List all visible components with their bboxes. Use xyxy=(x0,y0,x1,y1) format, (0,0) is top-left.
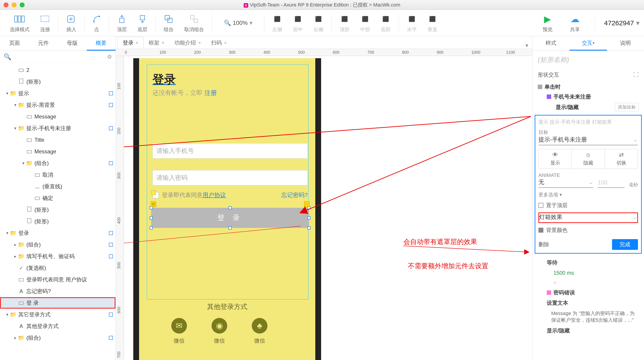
close-tab-icon[interactable]: × xyxy=(224,40,227,46)
bring-front-button[interactable]: 顶层 xyxy=(112,11,132,35)
tabs-overflow-icon[interactable]: ▾ xyxy=(526,42,532,49)
main-toolbar: 选择模式 连接 插入 点 顶层 底层 组合 取消组合 🔍100% ▾ ⬛左侧 ⬛… xyxy=(0,10,644,36)
note-marker-icon[interactable]: ▽ xyxy=(151,202,156,207)
expand-icon[interactable]: ⛶ xyxy=(633,72,639,78)
add-target-button[interactable]: 添加目标 xyxy=(615,103,639,111)
outline-node[interactable]: Title xyxy=(0,134,116,146)
forgot-password-link[interactable]: 忘记密码? xyxy=(281,191,308,199)
qq-login[interactable]: ♣微信 xyxy=(252,318,268,344)
share-button[interactable]: ☁共享 xyxy=(564,11,585,35)
doc-tab[interactable]: 功能介绍× xyxy=(169,37,206,49)
maximize-window-icon[interactable] xyxy=(20,3,24,8)
login-button-selection[interactable]: 登 录 ▽ ⚡ xyxy=(151,208,309,228)
visibility-segment[interactable]: 👁显示 ⦸隐藏 ⇄切换 xyxy=(538,149,638,169)
outline-node[interactable]: (矩形) xyxy=(0,216,116,227)
outline-node[interactable]: ▾📁其它登录方式 xyxy=(0,309,116,320)
outline-search[interactable]: 🔍⚙ xyxy=(0,51,116,63)
doc-tab[interactable]: 登录× xyxy=(118,37,144,49)
duration-input[interactable]: 100 xyxy=(598,179,624,188)
outline-node[interactable]: 2 xyxy=(0,64,116,76)
svg-line-18 xyxy=(300,116,531,213)
user-menu[interactable]: 47262947▾ xyxy=(604,19,640,27)
tab-interactions[interactable]: 交互• xyxy=(570,36,607,51)
weibo-login[interactable]: ◉微信 xyxy=(212,318,227,344)
point-button[interactable]: 点 xyxy=(87,11,106,35)
more-options-toggle[interactable]: 更多选项 ▾ xyxy=(538,192,638,198)
outline-node[interactable]: ▾📁(组合) xyxy=(0,157,116,169)
outline-tree[interactable]: 2(矩形)▾📁提示▾📁提示-黑背景Message▾📁提示-手机号未注册Title… xyxy=(0,63,116,360)
tab-masters[interactable]: 母版 xyxy=(58,36,87,51)
login-title[interactable]: 登录 xyxy=(152,72,176,87)
doc-tab[interactable]: 扫码× xyxy=(206,37,232,49)
lightbox-effect-select[interactable]: 灯箱效果⌄ xyxy=(538,213,638,223)
preview-button[interactable]: ▶预览 xyxy=(537,11,558,35)
outline-node[interactable]: ▾📁提示-黑背景 xyxy=(0,99,116,111)
outline-node[interactable]: A忘记密码? xyxy=(0,285,116,297)
minimize-window-icon[interactable] xyxy=(12,3,16,8)
filter-icon[interactable]: ⚙ xyxy=(107,54,112,60)
shape-name-field[interactable]: (矩形名称) xyxy=(532,51,644,69)
seg-hide[interactable]: ⦸隐藏 xyxy=(572,149,605,168)
select-mode-button[interactable]: 选择模式 xyxy=(4,11,35,35)
svg-rect-9 xyxy=(120,18,124,23)
outline-node[interactable]: ▸📁(组合) xyxy=(0,239,116,251)
agree-checkbox[interactable] xyxy=(152,192,159,198)
case-wrong-password[interactable]: 密码错误 xyxy=(538,288,639,297)
outline-node[interactable]: Message xyxy=(0,146,116,157)
seg-show[interactable]: 👁显示 xyxy=(539,149,572,168)
outline-node[interactable]: (垂直线) xyxy=(0,181,116,192)
outline-node[interactable]: (矩形) xyxy=(0,204,116,216)
delete-action-button[interactable]: 删除 xyxy=(538,241,549,248)
outline-node[interactable]: 登录即代表同意 用户协议 xyxy=(0,274,116,285)
action-show-hide-2[interactable]: 显示/隐藏 xyxy=(538,325,639,336)
outline-node[interactable]: Message xyxy=(0,111,116,122)
outline-node[interactable]: ✓(复选框) xyxy=(0,262,116,274)
user-agreement-link[interactable]: 用户协议 xyxy=(202,191,226,199)
tab-notes[interactable]: 说明 xyxy=(607,36,644,51)
connect-button[interactable]: 连接 xyxy=(35,11,56,35)
outline-node[interactable]: A其他登录方式 xyxy=(0,320,116,332)
close-window-icon[interactable] xyxy=(4,3,8,8)
tab-components[interactable]: 元件 xyxy=(29,36,58,51)
case-phone-unregistered[interactable]: 手机号未来注册 xyxy=(538,92,639,102)
outline-node[interactable]: 取消 xyxy=(0,169,116,181)
close-tab-icon[interactable]: × xyxy=(162,40,164,46)
outline-node[interactable]: ▾📁提示-手机号未注册 xyxy=(0,122,116,134)
interaction-marker-icon[interactable]: ⚡ xyxy=(304,202,310,207)
ungroup-button[interactable]: 取消组合 xyxy=(179,11,209,35)
doc-tab[interactable]: 框架× xyxy=(144,37,170,49)
close-tab-icon[interactable]: × xyxy=(136,40,138,46)
phone-input[interactable]: 请输入手机号 xyxy=(152,143,308,158)
outline-node[interactable]: ▾📁登录 xyxy=(0,227,116,239)
bring-to-front-check[interactable]: 置于顶层 xyxy=(538,202,638,209)
zoom-control[interactable]: 🔍100% ▾ xyxy=(215,20,262,27)
outline-node[interactable]: 登 录 xyxy=(0,297,116,309)
group-button[interactable]: 组合 xyxy=(158,11,179,35)
close-tab-icon[interactable]: × xyxy=(198,40,201,46)
action-set-text[interactable]: 设置文本 xyxy=(538,297,639,308)
outline-node[interactable]: 确定 xyxy=(0,192,116,204)
login-button[interactable]: 登 录 xyxy=(151,208,309,228)
outline-node[interactable]: ▸📁(组合) xyxy=(0,332,116,344)
outline-node[interactable]: ▸📁填写手机号、验证码 xyxy=(0,251,116,262)
outline-node[interactable]: (矩形) xyxy=(0,76,116,88)
tab-outline[interactable]: 概要 xyxy=(87,36,116,51)
target-select[interactable]: 提示-手机号未注册⌄ xyxy=(538,136,638,145)
svg-rect-11 xyxy=(140,16,145,20)
outline-node[interactable]: ▾📁提示 xyxy=(0,88,116,99)
insert-button[interactable]: 插入 xyxy=(61,11,82,35)
register-link[interactable]: 注册 xyxy=(204,89,217,96)
animate-select[interactable]: 无⌄ xyxy=(538,178,593,188)
wechat-login[interactable]: ✉微信 xyxy=(171,318,187,344)
shape-interactions-header: 形状交互⛶ xyxy=(532,69,644,81)
action-wait[interactable]: 等待 xyxy=(538,257,639,268)
action-show-hide[interactable]: 显示/隐藏添加目标 xyxy=(538,102,639,113)
event-onclick[interactable]: 单击时 xyxy=(538,82,639,92)
send-back-button[interactable]: 底层 xyxy=(132,11,153,35)
done-button[interactable]: 完成 xyxy=(612,239,638,250)
tab-pages[interactable]: 页面 xyxy=(0,36,29,51)
password-input[interactable]: 请输入密码 xyxy=(152,170,308,185)
seg-toggle[interactable]: ⇄切换 xyxy=(605,149,638,168)
tab-style[interactable]: 样式 xyxy=(532,36,570,51)
background-color-check[interactable]: 背景颜色 xyxy=(538,227,638,234)
